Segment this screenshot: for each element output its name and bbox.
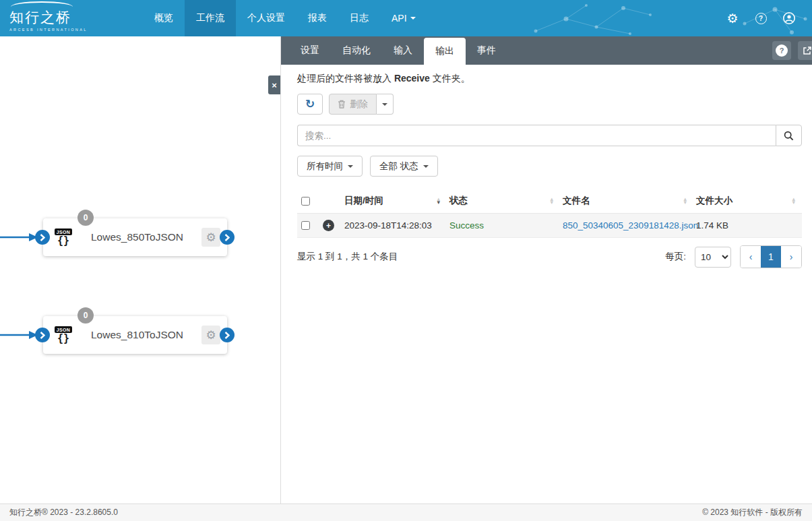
nav-item-workflows[interactable]: 工作流 (185, 0, 236, 36)
filename-cell: 850_50340605_2309181428.json (560, 214, 693, 237)
time-filter-dropdown[interactable]: 所有时间 (297, 156, 363, 177)
external-link-icon (803, 46, 812, 55)
files-table: 日期/时间 ▴▾ 状态 ▴▾ 文件名 ▴▾ 文件大小 ▴▾ (297, 189, 802, 238)
filter-label: 全部 状态 (379, 160, 418, 173)
column-header-status[interactable]: 状态 ▴▾ (447, 189, 560, 213)
node-settings-gear-icon[interactable]: ⚙ (201, 326, 220, 344)
panel-collapse-button[interactable]: × (268, 75, 280, 94)
sort-icons: ▴▾ (792, 197, 795, 204)
delete-dropdown-button[interactable] (377, 94, 394, 115)
chevron-down-icon (423, 165, 429, 168)
flow-connector-arrow (0, 330, 39, 340)
column-header-filesize[interactable]: 文件大小 ▴▾ (693, 189, 802, 213)
nav-item-api[interactable]: API (380, 0, 427, 36)
prev-page-button[interactable]: ‹ (741, 246, 761, 268)
app-logo[interactable]: 知行之桥 ARCESB INTERNATIONAL (9, 3, 117, 36)
account-icon[interactable] (782, 11, 796, 25)
nav-item-label: 个人设置 (247, 12, 285, 24)
delete-button[interactable]: 删除 (329, 94, 377, 115)
column-header-filename[interactable]: 文件名 ▴▾ (560, 189, 693, 213)
node-input-port[interactable] (35, 328, 50, 342)
flow-connector-arrow (0, 233, 39, 242)
open-external-button[interactable] (798, 41, 812, 60)
status-filter-dropdown[interactable]: 全部 状态 (370, 156, 438, 177)
sort-desc-icon: ▾ (792, 201, 795, 204)
tab-label: 自动化 (342, 44, 371, 57)
date-cell: 2023-09-18T14:28:03 (342, 214, 447, 237)
search-icon (784, 131, 794, 141)
nav-item-overview[interactable]: 概览 (143, 0, 185, 36)
tab-events[interactable]: 事件 (466, 36, 507, 65)
nav-item-logs[interactable]: 日志 (338, 0, 380, 36)
nav-item-label: 报表 (308, 12, 327, 24)
tab-settings[interactable]: 设置 (289, 36, 331, 65)
panel-tabbar: 设置 自动化 输入 输出 事件 ? (281, 36, 812, 65)
details-panel: 设置 自动化 输入 输出 事件 ? 处理后的文件将被放入 Receive 文件夹… (281, 36, 812, 503)
tab-label: 事件 (477, 44, 496, 57)
chevron-right-icon (224, 332, 230, 339)
settings-gear-icon[interactable]: ⚙ (726, 11, 739, 25)
nav-item-reports[interactable]: 报表 (296, 0, 338, 36)
file-link[interactable]: 850_50340605_2309181428.json (563, 220, 698, 231)
help-icon[interactable]: ? (754, 11, 768, 25)
json-file-icon: JSON {} (54, 326, 73, 344)
chevron-right-icon (40, 234, 45, 241)
expand-plus-icon[interactable]: + (323, 220, 334, 231)
table-row: + 2023-09-18T14:28:03 Success 850_503406… (297, 214, 802, 238)
tab-input[interactable]: 输入 (382, 36, 424, 65)
column-header-date[interactable]: 日期/时间 ▴▾ (342, 189, 447, 213)
sort-icons: ▴▾ (550, 197, 553, 204)
page-1-button[interactable]: 1 (761, 246, 781, 268)
nav-item-label: API (392, 13, 407, 24)
delete-label: 删除 (350, 98, 368, 111)
pagination-controls: 每页: 10 ‹ 1 › (665, 245, 802, 268)
filesize-cell: 1.74 KB (693, 214, 802, 237)
panel-help-button[interactable]: ? (772, 41, 791, 60)
node-count-badge: 0 (77, 210, 94, 226)
workflow-node-850: 0 JSON {} Lowes_850ToJSON ⚙ (0, 218, 237, 256)
row-checkbox[interactable] (301, 221, 310, 230)
node-settings-gear-icon[interactable]: ⚙ (201, 228, 220, 247)
trash-icon (338, 100, 346, 109)
sort-desc-icon: ▾ (437, 201, 440, 204)
column-label: 文件大小 (696, 195, 732, 207)
node-count-badge: 0 (77, 307, 94, 324)
question-mark-glyph: ? (755, 13, 767, 24)
results-summary: 显示 1 到 1，共 1 个条目 (297, 251, 398, 263)
nav-item-label: 工作流 (196, 12, 224, 24)
note-prefix: 处理后的文件将被放入 (297, 73, 394, 84)
node-label: Lowes_850ToJSON (73, 231, 201, 243)
workflow-node-810: 0 JSON {} Lowes_810ToJSON ⚙ (0, 316, 237, 354)
nav-item-label: 概览 (154, 12, 173, 24)
select-all-cell (297, 191, 320, 212)
search-button[interactable] (776, 125, 802, 146)
chevron-down-icon (410, 17, 416, 20)
tab-automation[interactable]: 自动化 (331, 36, 382, 65)
sort-desc-icon: ▾ (550, 201, 553, 204)
search-bar (297, 125, 802, 146)
tab-label: 输入 (394, 44, 412, 57)
node-output-port[interactable] (220, 328, 235, 342)
nav-item-profile[interactable]: 个人设置 (236, 0, 296, 36)
refresh-button[interactable]: ↻ (297, 94, 323, 115)
pagination-bar: 显示 1 到 1，共 1 个条目 每页: 10 ‹ 1 › (297, 245, 802, 268)
select-all-checkbox[interactable] (301, 197, 310, 206)
next-page-button[interactable]: › (781, 246, 801, 268)
node-output-port[interactable] (220, 230, 235, 245)
folder-name: Receive (394, 73, 430, 84)
node-card[interactable]: 0 JSON {} Lowes_850ToJSON ⚙ (43, 218, 227, 256)
logo-bridge-arc (11, 1, 73, 12)
workflow-canvas[interactable]: × 0 JSON {} Lowes_850ToJSON ⚙ (0, 36, 281, 503)
sort-icons: ▴▾ (437, 197, 440, 204)
node-input-port[interactable] (35, 230, 50, 245)
row-expand-cell: + (320, 214, 342, 237)
per-page-select[interactable]: 10 (695, 247, 731, 268)
tab-output[interactable]: 输出 (424, 38, 466, 65)
search-input[interactable] (297, 125, 776, 146)
node-card[interactable]: 0 JSON {} Lowes_810ToJSON ⚙ (43, 316, 227, 354)
sort-desc-icon: ▾ (683, 201, 687, 204)
footer-copyright: © 2023 知行软件 - 版权所有 (702, 507, 803, 518)
logo-subtitle: ARCESB INTERNATIONAL (9, 28, 117, 32)
status-badge: Success (447, 214, 560, 237)
main-nav: 概览 工作流 个人设置 报表 日志 API (143, 0, 427, 36)
